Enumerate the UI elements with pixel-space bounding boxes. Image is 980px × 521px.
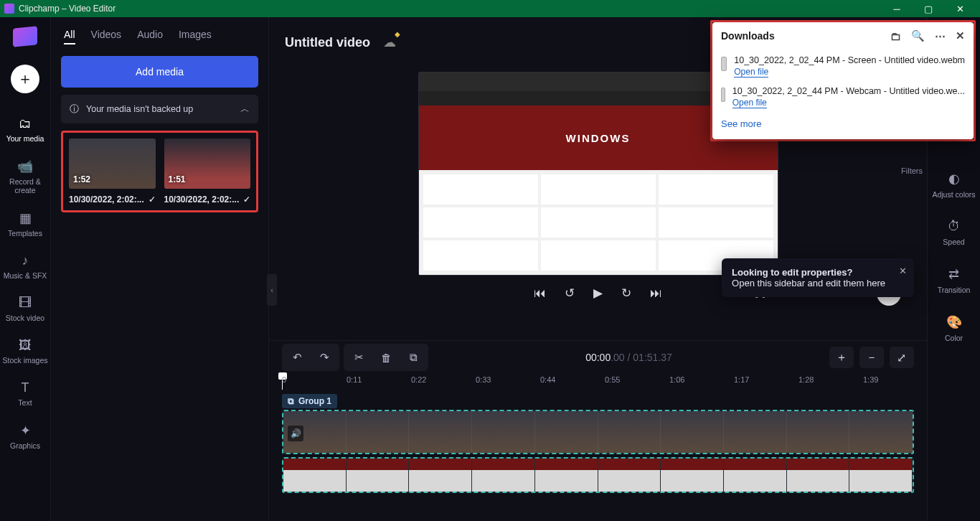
see-more-link[interactable]: See more <box>712 111 974 139</box>
downloads-title: Downloads <box>721 30 775 42</box>
skip-start-button[interactable]: ⏮ <box>534 286 546 301</box>
tab-all[interactable]: All <box>64 29 75 44</box>
volume-icon[interactable]: 🔊 <box>288 426 303 441</box>
timeline-ruler[interactable]: 0 0:11 0:22 0:33 0:44 0:55 1:06 1:17 1:2… <box>282 375 914 390</box>
download-filename: 10_30_2022, 2_02_44 PM - Screen - Untitl… <box>734 55 965 65</box>
add-media-button[interactable]: Add media <box>61 56 258 88</box>
timecode: 00:00.00 / 01:51.37 <box>585 352 672 363</box>
zoom-in-button[interactable]: ＋ <box>829 347 854 368</box>
downloads-highlight: Downloads 🗀 🔍 ⋯ ✕ 10_30_2022, 2_02_44 PM… <box>710 20 976 141</box>
premium-diamond-icon: ◆ <box>395 30 400 38</box>
clip-label: 10/30/2022, 2:02:... <box>164 194 240 205</box>
image-icon: 🖼 <box>0 338 50 353</box>
duplicate-button[interactable]: ⧉ <box>401 347 425 368</box>
film-icon: 🎞 <box>0 296 50 311</box>
ruler-mark: 1:39 <box>863 375 878 384</box>
media-clip[interactable]: 1:51 10/30/2022, 2:02:... ✓ <box>164 139 251 205</box>
backup-text: Your media isn't backed up <box>86 104 193 114</box>
backup-banner[interactable]: ⓘ Your media isn't backed up ︿ <box>61 95 258 123</box>
timeline-track-screen[interactable] <box>282 457 914 493</box>
play-button[interactable]: ▶ <box>593 286 603 301</box>
rail-stock-video[interactable]: 🎞Stock video <box>0 288 50 331</box>
downloads-popup: Downloads 🗀 🔍 ⋯ ✕ 10_30_2022, 2_02_44 PM… <box>712 22 974 139</box>
file-icon <box>721 88 725 102</box>
add-button[interactable]: ＋ <box>11 65 39 93</box>
palette-icon: 🎨 <box>928 314 980 330</box>
rail-graphics[interactable]: ✦Graphics <box>0 416 50 459</box>
file-icon <box>721 57 727 71</box>
clip-thumb: 1:52 <box>69 139 156 189</box>
open-file-link[interactable]: Open file <box>732 98 767 108</box>
more-icon[interactable]: ⋯ <box>935 29 946 42</box>
clip-label: 10/30/2022, 2:02:... <box>69 194 144 205</box>
ruler-mark: 0:33 <box>476 375 491 384</box>
prop-color[interactable]: 🎨Color <box>928 304 980 352</box>
rail-stock-images[interactable]: 🖼Stock images <box>0 331 50 373</box>
skip-end-button[interactable]: ⏭ <box>650 286 662 301</box>
ruler-mark: 1:17 <box>734 375 749 384</box>
prop-transition[interactable]: ⇄Transition <box>928 256 980 304</box>
close-icon[interactable]: ✕ <box>956 29 965 42</box>
tooltip-body: Open this sidebar and edit them here <box>732 278 885 288</box>
window-close[interactable]: ✕ <box>944 0 976 17</box>
clip-duration: 1:52 <box>73 174 90 184</box>
prop-speed[interactable]: ⏱Speed <box>928 209 980 256</box>
media-tabs: All Videos Audio Images <box>61 27 258 53</box>
undo-button[interactable]: ↶ <box>285 347 309 368</box>
media-clip[interactable]: 1:52 10/30/2022, 2:02:... ✓ <box>69 139 156 205</box>
app-icon <box>4 4 14 14</box>
filters-label: Filters <box>901 166 923 175</box>
ruler-mark: 1:28 <box>798 375 814 384</box>
forward-5s-button[interactable]: ↻ <box>621 286 631 301</box>
rail-text[interactable]: TText <box>0 373 50 416</box>
rail-templates[interactable]: ▦Templates <box>0 203 50 246</box>
zoom-out-button[interactable]: － <box>859 347 884 368</box>
search-icon[interactable]: 🔍 <box>911 29 925 42</box>
clip-duration: 1:51 <box>169 174 186 184</box>
ruler-mark: 0 <box>282 375 286 384</box>
timeline: ↶ ↷ ✂ 🗑 ⧉ 00:00.00 / 01:51.37 ＋ － ⤢ <box>269 340 927 521</box>
rewind-5s-button[interactable]: ↺ <box>565 286 575 301</box>
download-item[interactable]: 10_30_2022, 2_02_44 PM - Webcam - Untitl… <box>712 80 974 111</box>
redo-button[interactable]: ↷ <box>312 347 336 368</box>
transition-icon: ⇄ <box>928 266 980 282</box>
window-titlebar: Clipchamp – Video Editor ─ ▢ ✕ <box>0 0 980 17</box>
speed-icon: ⏱ <box>928 219 980 234</box>
window-title: Clipchamp – Video Editor <box>19 4 116 14</box>
music-icon: ♪ <box>0 253 50 268</box>
clipchamp-logo-icon <box>13 26 37 47</box>
contrast-icon: ◐ <box>928 171 980 187</box>
graphics-icon: ✦ <box>0 423 50 438</box>
cloud-sync-icon[interactable]: ☁◆ <box>383 34 396 50</box>
tooltip-close-button[interactable]: ✕ <box>899 266 907 276</box>
download-filename: 10_30_2022, 2_02_44 PM - Webcam - Untitl… <box>732 86 965 96</box>
group-icon: ⧉ <box>288 396 294 406</box>
timeline-track-webcam[interactable]: 🔊 <box>282 410 914 454</box>
window-minimize[interactable]: ─ <box>881 0 913 17</box>
rail-record-create[interactable]: 📹Record & create <box>0 151 50 203</box>
delete-button[interactable]: 🗑 <box>374 347 398 368</box>
open-file-link[interactable]: Open file <box>734 67 768 78</box>
tab-videos[interactable]: Videos <box>91 29 122 44</box>
tooltip-title: Looking to edit properties? <box>732 267 885 278</box>
media-panel: All Videos Audio Images Add media ⓘ Your… <box>51 17 269 521</box>
rail-music-sfx[interactable]: ♪Music & SFX <box>0 246 50 288</box>
clip-group-label[interactable]: ⧉ Group 1 <box>282 394 337 408</box>
split-button[interactable]: ✂ <box>347 347 371 368</box>
project-title[interactable]: Untitled video <box>285 35 370 50</box>
ruler-mark: 0:55 <box>605 375 620 384</box>
rail-your-media[interactable]: 🗂Your media <box>0 109 50 151</box>
prop-adjust-colors[interactable]: ◐Adjust colors <box>928 161 980 209</box>
folder-icon: 🗂 <box>0 116 50 131</box>
tab-images[interactable]: Images <box>179 29 212 44</box>
fit-timeline-button[interactable]: ⤢ <box>890 347 914 368</box>
chevron-up-icon: ︿ <box>240 103 250 116</box>
download-item[interactable]: 10_30_2022, 2_02_44 PM - Screen - Untitl… <box>712 50 974 80</box>
properties-tooltip: ✕ Looking to edit properties? Open this … <box>722 258 914 297</box>
ruler-mark: 1:06 <box>669 375 684 384</box>
folder-open-icon[interactable]: 🗀 <box>890 30 901 42</box>
window-maximize[interactable]: ▢ <box>913 0 944 17</box>
ruler-mark: 0:44 <box>540 375 555 384</box>
tab-audio[interactable]: Audio <box>137 29 163 44</box>
media-clips-highlight: 1:52 10/30/2022, 2:02:... ✓ 1:51 10/30/2… <box>61 131 258 212</box>
